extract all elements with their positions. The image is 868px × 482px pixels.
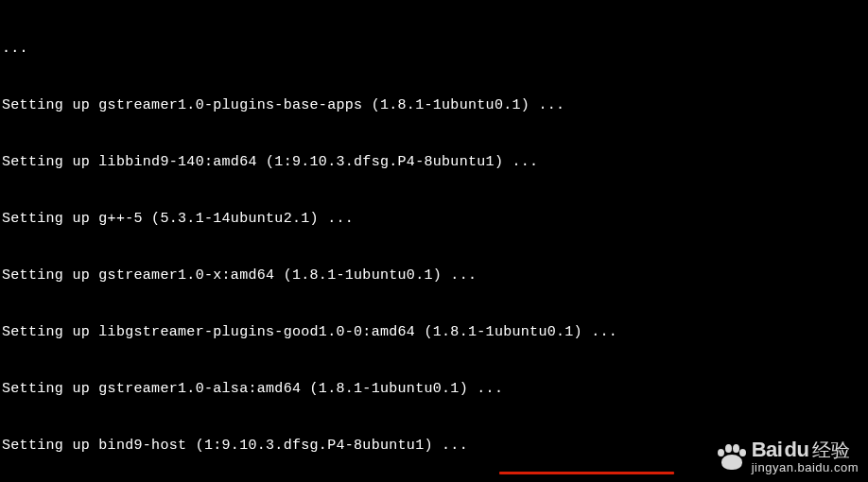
annotation-underline (499, 472, 674, 474)
watermark-url: jingyan.baidu.com (752, 461, 859, 474)
output-line: Setting up gstreamer1.0-alsa:amd64 (1.8.… (2, 380, 866, 399)
watermark-text: Baidu 经验 jingyan.baidu.com (752, 439, 859, 474)
output-line: Setting up g++-5 (5.3.1-14ubuntu2.1) ... (2, 210, 866, 229)
watermark: Baidu 经验 jingyan.baidu.com (716, 439, 859, 474)
watermark-brand-du: du (784, 439, 808, 461)
terminal-output: ... Setting up gstreamer1.0-plugins-base… (2, 2, 866, 482)
baidu-paw-icon (716, 443, 746, 470)
watermark-brand-cn: 经验 (812, 439, 850, 460)
watermark-brand-en: Bai (752, 439, 783, 461)
output-line: ... (2, 40, 866, 59)
output-line: Setting up gstreamer1.0-x:amd64 (1.8.1-1… (2, 267, 866, 285)
output-line: Setting up gstreamer1.0-plugins-base-app… (2, 96, 866, 115)
output-line: Setting up libbind9-140:amd64 (1:9.10.3.… (2, 153, 866, 172)
output-line: Setting up libgstreamer-plugins-good1.0-… (2, 323, 866, 342)
